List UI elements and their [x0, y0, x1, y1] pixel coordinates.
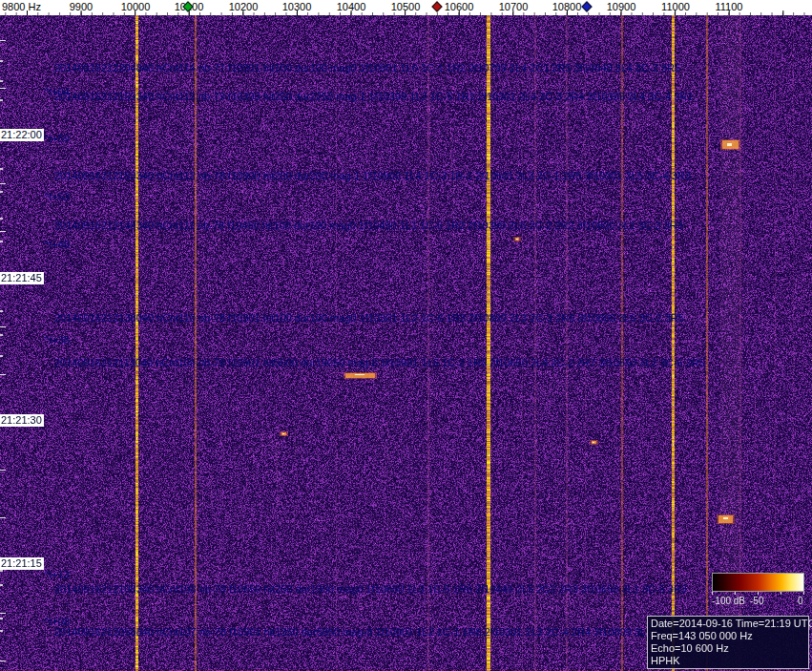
time-label: 21:21:30 [0, 414, 44, 427]
meteor-spectrogram-app: 9800 Hz 9900 10000 10100 10200 10300 104… [0, 0, 812, 671]
time-offset-marker: ^t+48 [44, 239, 70, 250]
log-entry: 20140916212058840 hCnt107 nb-78 f10901 h… [54, 626, 699, 638]
colorbar-ticks [712, 592, 804, 595]
time-offset-marker: ^t+59 [44, 133, 70, 144]
log-entry: 20140916212159340 hCnt113 nb-79 f10399 h… [54, 91, 694, 102]
colorbar-label-max: 0 [798, 597, 803, 606]
log-entry: 20140916212153340 hCnt112 nb-78 f10900 h… [54, 170, 691, 181]
time-label: 21:21:15 [0, 557, 44, 570]
info-date-time: Date=2014-09-16 Time=21:19 UTC [651, 618, 805, 630]
time-label: 21:21:45 [0, 272, 44, 284]
log-entry: 20140916212108340 hCnt108 nb-78 f10650 h… [54, 583, 687, 595]
colorbar-label-mid: -50 [750, 597, 763, 606]
time-offset-marker: ^t+08 [44, 616, 70, 627]
time-offset-marker: ^t+13 [44, 569, 70, 580]
freq-ticks-major [0, 10, 812, 15]
info-station-id: HPHK [651, 655, 805, 667]
colorbar-label-min: -100 dB [712, 597, 745, 606]
info-frequency: Freq=143 050 000 Hz [651, 630, 805, 642]
info-box: Date=2014-09-16 Time=21:19 UTC Freq=143 … [647, 616, 809, 669]
log-entry: 20140916212138040 hCnt110 nb-78 f10301 h… [54, 312, 684, 324]
time-label: 21:22:00 [0, 129, 44, 141]
colorbar-gradient [712, 573, 804, 592]
spectrogram-canvas [0, 15, 812, 671]
log-entry: 20140916212148340 hCnt111 nb-78 f10450 h… [54, 220, 683, 231]
log-entry: 20140916212204840 hCnt114 nb-77 f10901 h… [54, 62, 680, 73]
db-colorbar: -100 dB -50 0 [712, 573, 804, 607]
frequency-axis: 9800 Hz 9900 10000 10100 10200 10300 104… [0, 0, 812, 15]
info-echo: Echo=10 600 Hz [651, 642, 805, 655]
log-entry: 20140916212113040 hCnt109 nb-78 f10901 h… [54, 357, 705, 368]
time-offset-marker: ^t+04 [44, 86, 70, 97]
time-offset-marker: ^t+38 [44, 334, 70, 346]
time-offset-marker: ^t+53 [44, 191, 70, 202]
